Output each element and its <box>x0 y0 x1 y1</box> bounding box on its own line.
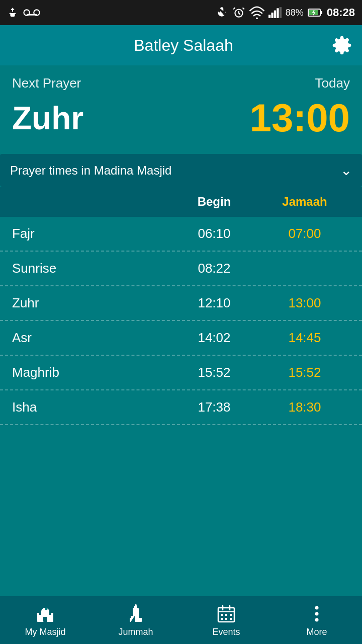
svg-rect-7 <box>27 14 37 16</box>
svg-point-29 <box>135 604 137 606</box>
col-begin-header: Begin <box>169 195 259 209</box>
nav-item-my-masjid[interactable]: My Masjid <box>0 603 90 637</box>
prayer-row-name: Isha <box>12 399 169 415</box>
status-left <box>7 7 40 18</box>
svg-rect-11 <box>271 13 273 18</box>
settings-icon[interactable] <box>332 35 352 55</box>
prayer-row-name: Sunrise <box>12 261 169 276</box>
prayer-rows-container: Fajr06:1007:00Sunrise08:22Zuhr12:1013:00… <box>0 217 362 425</box>
col-name-header <box>12 195 169 209</box>
prayer-row-begin: 06:10 <box>169 226 259 242</box>
alarm-icon <box>232 6 245 19</box>
svg-rect-39 <box>230 618 232 620</box>
battery-percent: 88% <box>286 8 304 18</box>
svg-marker-4 <box>11 8 14 10</box>
nav-item-jummah[interactable]: Jummah <box>90 603 181 637</box>
table-header: Begin Jamaah <box>0 187 362 217</box>
svg-rect-37 <box>221 618 223 620</box>
calendar-icon <box>215 603 237 625</box>
next-prayer-header: Next Prayer Today <box>12 75 350 91</box>
nav-label-events: Events <box>212 627 240 637</box>
prayer-row-name: Zuhr <box>12 295 169 311</box>
svg-rect-10 <box>268 15 270 18</box>
mosque-icon <box>34 603 56 625</box>
prayer-row-begin: 12:10 <box>169 295 259 311</box>
bottom-nav: My Masjid Jummah Event <box>0 596 362 644</box>
mute-icon <box>215 6 228 19</box>
svg-rect-21 <box>37 613 39 622</box>
nav-label-jummah: Jummah <box>118 627 153 637</box>
svg-rect-19 <box>43 617 47 622</box>
voicemail-icon <box>23 7 40 18</box>
prayer-row-jamaah: 13:00 <box>259 295 350 311</box>
prayer-row-jamaah: 15:52 <box>259 365 350 380</box>
status-bar: 88% 08:28 <box>0 0 362 25</box>
next-prayer-time: 13:00 <box>250 95 350 141</box>
svg-rect-2 <box>10 13 16 14</box>
today-label: Today <box>315 75 350 91</box>
main-content: Next Prayer Today Zuhr 13:00 Prayer time… <box>0 65 362 425</box>
masjid-dropdown[interactable]: Prayer times in Madina Masjid ⌄ <box>0 154 362 187</box>
more-dots-icon <box>306 603 328 625</box>
minaret-icon <box>125 603 147 625</box>
prayer-row-name: Maghrib <box>12 365 169 380</box>
svg-rect-38 <box>225 618 227 620</box>
svg-point-40 <box>315 606 319 610</box>
svg-rect-34 <box>221 614 223 616</box>
nav-item-more[interactable]: More <box>272 603 362 637</box>
svg-point-42 <box>315 618 319 622</box>
next-prayer-row: Zuhr 13:00 <box>12 95 350 141</box>
col-jamaah-header: Jamaah <box>259 195 350 209</box>
svg-rect-36 <box>230 614 232 616</box>
masjid-label: Prayer times in Madina Masjid <box>10 164 171 178</box>
svg-point-9 <box>256 17 258 19</box>
svg-point-41 <box>315 612 319 616</box>
prayer-row-jamaah: 14:45 <box>259 330 350 346</box>
prayer-row-name: Fajr <box>12 226 169 242</box>
prayer-row-jamaah: 07:00 <box>259 226 350 242</box>
table-row: Maghrib15:5215:52 <box>0 356 362 390</box>
svg-rect-22 <box>51 613 53 622</box>
svg-rect-13 <box>277 8 279 18</box>
status-icons: 88% 08:28 <box>215 6 355 19</box>
battery-icon <box>308 8 323 17</box>
app-title: Batley Salaah <box>35 36 332 55</box>
table-row: Isha17:3818:30 <box>0 390 362 425</box>
prayer-row-jamaah: 18:30 <box>259 399 350 415</box>
prayer-row-begin: 17:38 <box>169 399 259 415</box>
table-row: Zuhr12:1013:00 <box>0 286 362 321</box>
prayer-row-name: Asr <box>12 330 169 346</box>
svg-rect-12 <box>274 11 276 18</box>
svg-rect-16 <box>320 11 322 14</box>
signal-icon <box>268 6 282 19</box>
prayer-row-begin: 08:22 <box>169 261 259 276</box>
next-prayer-name: Zuhr <box>12 100 83 137</box>
app-bar: Batley Salaah <box>0 25 362 65</box>
svg-rect-14 <box>279 7 281 18</box>
table-row: Fajr06:1007:00 <box>0 217 362 252</box>
chevron-down-icon: ⌄ <box>340 162 352 179</box>
table-row: Sunrise08:22 <box>0 252 362 286</box>
svg-rect-35 <box>225 614 227 616</box>
table-row: Asr14:0214:45 <box>0 321 362 356</box>
nav-item-events[interactable]: Events <box>181 603 272 637</box>
svg-point-24 <box>45 608 48 610</box>
svg-rect-28 <box>134 606 137 610</box>
next-prayer-section: Next Prayer Today Zuhr 13:00 <box>0 65 362 146</box>
wifi-icon <box>249 6 264 19</box>
status-time: 08:28 <box>327 6 355 19</box>
nav-label-my-masjid: My Masjid <box>25 627 65 637</box>
prayer-row-begin: 14:02 <box>169 330 259 346</box>
nav-label-more: More <box>306 627 327 637</box>
prayer-row-begin: 15:52 <box>169 365 259 380</box>
usb-icon <box>7 7 18 18</box>
next-prayer-label: Next Prayer <box>12 75 81 91</box>
